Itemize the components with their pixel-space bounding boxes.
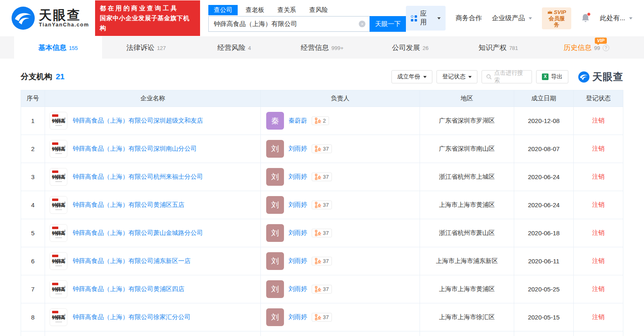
company-logo: 钟薛高 ®	[50, 308, 67, 326]
company-name-link[interactable]: 钟薛高食品（上海）有限公司深圳超级文和友店	[73, 117, 203, 125]
section-tools: 成立年份 登记状态 点击进行搜索 X 导出 天眼查	[391, 70, 623, 83]
column-header: 地区	[420, 90, 514, 107]
export-button[interactable]: X 导出	[536, 70, 568, 83]
person-companies-badge[interactable]: 企 37	[312, 144, 332, 153]
person-companies-badge[interactable]: 企 37	[312, 257, 332, 265]
page-tab[interactable]: 法律诉讼 127	[102, 36, 190, 59]
person-avatar[interactable]: 秦	[266, 112, 284, 130]
company-name-link[interactable]: 钟薛高食品（上海）有限公司杭州来福士分公司	[73, 173, 203, 181]
help-icon[interactable]: ?	[603, 45, 609, 51]
svg-text:企: 企	[317, 316, 321, 320]
filter-founded-year-dropdown[interactable]: 成立年份	[391, 70, 432, 83]
page-tab[interactable]: 经营信息 999+	[278, 36, 366, 59]
person-name-link[interactable]: 刘雨婷	[289, 229, 307, 237]
table-search-input[interactable]: 点击进行搜索	[482, 70, 532, 83]
section-header: 分支机构 21 成立年份 登记状态 点击进行搜索 X 导出	[21, 70, 623, 83]
branch-table: 序号企业名称负责人地区成立日期登记状态 1 钟薛高 ® 钟薛高食品（上海）有限公…	[21, 90, 623, 336]
logo-red-tag	[52, 170, 58, 173]
badge-count: 37	[323, 230, 329, 236]
nav-business-cooperation[interactable]: 商务合作	[456, 14, 482, 23]
chevron-down-icon	[437, 17, 441, 19]
user-account-menu[interactable]: 此处有...	[600, 14, 632, 23]
person-companies-badge[interactable]: 企 37	[312, 173, 332, 181]
user-label: 此处有...	[600, 14, 625, 21]
site-logo[interactable]: 天眼查 TianYanCha.com	[12, 7, 89, 30]
svip-member-button[interactable]: SVIP 会员服务	[542, 7, 571, 29]
person-companies-badge[interactable]: 企 37	[312, 201, 332, 209]
row-date: 2020-06-18	[514, 219, 574, 247]
apps-menu-button[interactable]: 应用	[406, 6, 446, 31]
person-name-link[interactable]: 刘雨婷	[289, 257, 307, 265]
tianyancha-watermark: 天眼查	[578, 70, 623, 83]
page-tab[interactable]: 公司发展 26	[366, 36, 454, 59]
person-avatar[interactable]: 刘	[266, 168, 284, 186]
person-avatar[interactable]: 刘	[266, 140, 284, 158]
notifications-bell-icon[interactable]	[581, 13, 590, 23]
tianyancha-logo-icon	[12, 7, 35, 30]
person-companies-badge[interactable]: 企 37	[312, 313, 332, 322]
status-badge: 注销	[592, 201, 605, 208]
row-index: 7	[21, 275, 45, 303]
person-companies-badge[interactable]: 企 37	[312, 285, 332, 293]
company-name-link[interactable]: 钟薛高食品（上海）有限公司萧山金城路分公司	[73, 229, 203, 237]
row-index: 1	[21, 107, 45, 135]
person-companies-badge[interactable]: 企 37	[312, 229, 332, 237]
search-tab[interactable]: 查关系	[272, 5, 301, 15]
person-avatar[interactable]: 刘	[266, 280, 284, 298]
tianyancha-logo-icon	[578, 71, 589, 83]
person-name-link[interactable]: 刘雨婷	[289, 201, 307, 209]
person-avatar[interactable]: 刘	[266, 252, 284, 270]
chevron-down-icon	[629, 17, 632, 19]
row-index: 6	[21, 247, 45, 275]
column-header: 序号	[21, 90, 45, 107]
header-nav: 应用 商务合作 企业级产品 SVIP 会员服务 此处有...	[406, 6, 632, 31]
table-row-partial	[21, 331, 623, 336]
company-name-link[interactable]: 钟薛高食品（上海）有限公司黄浦区五店	[73, 201, 184, 209]
page-tab[interactable]: 基本信息 155	[14, 36, 102, 59]
search-input[interactable]	[208, 16, 370, 32]
logo-red-tag	[52, 142, 58, 145]
person-name-link[interactable]: 刘雨婷	[289, 285, 307, 293]
company-name-link[interactable]: 钟薛高食品（上海）有限公司浦东新区一店	[73, 257, 191, 265]
page-tab[interactable]: 知识产权 781	[454, 36, 542, 59]
person-avatar[interactable]: 刘	[266, 196, 284, 214]
company-logo: 钟薛高 ®	[50, 280, 67, 298]
search-tab[interactable]: 查风险	[304, 5, 333, 15]
search-button[interactable]: 天眼一下	[370, 16, 406, 32]
registered-mark: ®	[64, 314, 66, 316]
svg-text:企: 企	[317, 175, 321, 180]
company-name-link[interactable]: 钟薛高食品（上海）有限公司徐家汇分公司	[73, 313, 191, 321]
page-tab[interactable]: 经营风险 4	[190, 36, 278, 59]
person-avatar[interactable]: 刘	[266, 224, 284, 242]
person-name-link[interactable]: 刘雨婷	[289, 145, 307, 153]
filter-registration-status-dropdown[interactable]: 登记状态	[436, 70, 477, 83]
person-name-link[interactable]: 刘雨婷	[289, 313, 307, 321]
search-tab[interactable]: 查老板	[240, 5, 270, 15]
company-name-link[interactable]: 钟薛高食品（上海）有限公司深圳南山分公司	[73, 145, 197, 153]
logo-underline	[55, 237, 62, 238]
page-tab-count: 127	[157, 45, 166, 51]
registered-mark: ®	[64, 145, 66, 148]
row-index: 5	[21, 219, 45, 247]
logo-underline	[55, 322, 62, 322]
column-header: 成立日期	[514, 90, 574, 107]
table-row: 1 钟薛高 ® 钟薛高食品（上海）有限公司深圳超级文和友店 秦 秦蔚蔚	[21, 107, 623, 135]
page-tabs: 基本信息 155 法律诉讼 127 经营风险 4 经营信息 999+ 公司发展 …	[0, 36, 644, 59]
row-region: 上海市上海市黄浦区	[420, 275, 514, 303]
person-name-link[interactable]: 刘雨婷	[289, 173, 307, 181]
search-tab[interactable]: 查公司	[208, 5, 238, 15]
person-avatar[interactable]: 刘	[266, 308, 284, 326]
page-tab-count: 99	[594, 45, 600, 51]
watermark-text: 天眼查	[592, 70, 623, 83]
person-name-link[interactable]: 秦蔚蔚	[289, 117, 307, 125]
page-tab[interactable]: 历史信息 99 VIP ?	[542, 36, 630, 59]
person-companies-badge[interactable]: 企 2	[312, 116, 329, 125]
table-body: 1 钟薛高 ® 钟薛高食品（上海）有限公司深圳超级文和友店 秦 秦蔚蔚	[21, 107, 623, 331]
org-chart-icon: 企	[315, 258, 321, 264]
excel-icon: X	[542, 73, 549, 80]
table-row: 5 钟薛高 ® 钟薛高食品（上海）有限公司萧山金城路分公司 刘 刘雨婷	[21, 219, 623, 247]
search-box: ×	[208, 16, 370, 32]
nav-enterprise-products[interactable]: 企业级产品	[492, 14, 532, 23]
company-name-link[interactable]: 钟薛高食品（上海）有限公司黄浦区四店	[73, 285, 184, 293]
filter-year-label: 成立年份	[397, 73, 420, 80]
